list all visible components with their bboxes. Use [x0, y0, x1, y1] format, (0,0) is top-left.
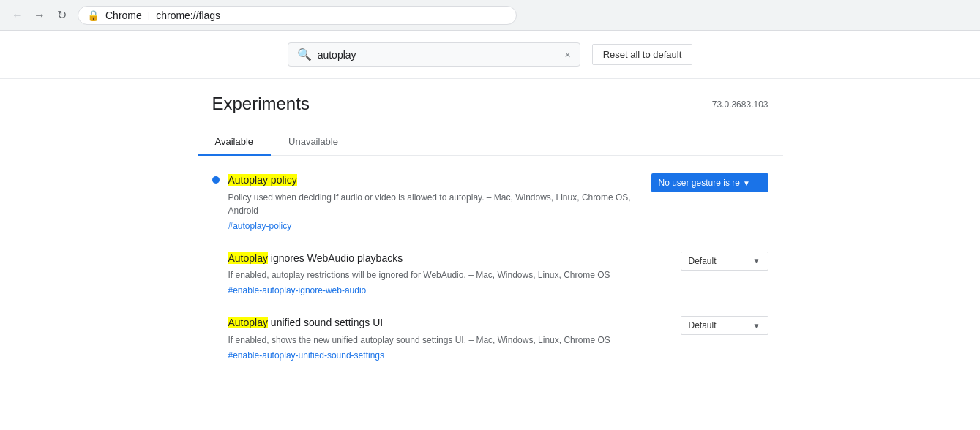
- experiment-link[interactable]: #autoplay-policy: [228, 221, 292, 231]
- experiment-content: Autoplay policy Policy used when decidin…: [228, 173, 643, 231]
- version-text: 73.0.3683.103: [712, 99, 768, 110]
- title-suffix: unified sound settings UI: [268, 317, 383, 328]
- unified-sound-dropdown[interactable]: Default ▼: [681, 316, 768, 335]
- experiment-control: No user gesture is re ▼: [651, 173, 768, 192]
- experiments-header: Experiments 73.0.3683.103: [198, 94, 783, 114]
- search-icon: 🔍: [297, 48, 312, 61]
- address-app-name: Chrome: [105, 10, 142, 21]
- main-content: Experiments 73.0.3683.103 Available Unav…: [198, 79, 783, 396]
- title-suffix: ignores WebAudio playbacks: [268, 252, 403, 264]
- experiment-control: Default ▼: [681, 316, 768, 335]
- nav-buttons: ← → ↻: [9, 7, 70, 24]
- reload-button[interactable]: ↻: [53, 7, 70, 24]
- highlight-text: Autoplay policy: [228, 174, 297, 186]
- forward-button[interactable]: →: [31, 7, 48, 24]
- page-content: 🔍 × Reset all to default Experiments 73.…: [0, 31, 980, 430]
- experiment-title: Autoplay unified sound settings UI: [228, 316, 672, 331]
- experiment-control: Default ▼: [681, 252, 768, 271]
- experiment-link[interactable]: #enable-autoplay-ignore-web-audio: [228, 285, 367, 295]
- dropdown-arrow: ▼: [753, 322, 760, 330]
- address-bar[interactable]: 🔒 Chrome | chrome://flags: [78, 6, 517, 25]
- highlight-text: Autoplay: [228, 317, 268, 328]
- tabs: Available Unavailable: [198, 129, 783, 156]
- experiments-list: Autoplay policy Policy used when decidin…: [198, 173, 783, 361]
- active-indicator: [212, 176, 220, 184]
- tab-unavailable[interactable]: Unavailable: [271, 129, 356, 156]
- experiment-item: Autoplay policy Policy used when decidin…: [212, 173, 768, 231]
- back-button[interactable]: ←: [9, 7, 26, 24]
- highlight-text: Autoplay: [228, 252, 268, 264]
- experiment-description: If enabled, shows the new unified autopl…: [228, 333, 672, 347]
- search-box: 🔍 ×: [288, 42, 580, 67]
- reset-all-button[interactable]: Reset all to default: [592, 44, 693, 65]
- experiment-title: Autoplay policy: [228, 173, 643, 188]
- search-input[interactable]: [318, 49, 559, 61]
- browser-chrome: ← → ↻ 🔒 Chrome | chrome://flags: [0, 0, 980, 31]
- experiment-description: Policy used when deciding if audio or vi…: [228, 191, 643, 217]
- experiment-item: Autoplay unified sound settings UI If en…: [212, 316, 768, 361]
- webaudio-dropdown[interactable]: Default ▼: [681, 252, 768, 271]
- address-secure-icon: 🔒: [87, 10, 100, 21]
- experiment-item: Autoplay ignores WebAudio playbacks If e…: [212, 252, 768, 296]
- autoplay-policy-dropdown[interactable]: No user gesture is re ▼: [651, 173, 768, 192]
- experiment-link[interactable]: #enable-autoplay-unified-sound-settings: [228, 350, 384, 361]
- search-area: 🔍 × Reset all to default: [0, 31, 980, 79]
- clear-icon[interactable]: ×: [564, 49, 570, 61]
- tab-available[interactable]: Available: [198, 129, 272, 156]
- dropdown-label: Default: [689, 256, 717, 266]
- dropdown-arrow: ▼: [753, 257, 760, 265]
- experiment-content: Autoplay ignores WebAudio playbacks If e…: [228, 252, 672, 296]
- address-url: chrome://flags: [156, 10, 220, 21]
- experiment-description: If enabled, autoplay restrictions will b…: [228, 268, 672, 282]
- address-separator: |: [148, 10, 150, 20]
- dropdown-arrow: ▼: [743, 179, 750, 187]
- dropdown-label: Default: [689, 320, 717, 331]
- dropdown-label: No user gesture is re: [659, 178, 740, 188]
- experiment-title: Autoplay ignores WebAudio playbacks: [228, 252, 672, 266]
- page-title: Experiments: [212, 94, 310, 114]
- experiment-content: Autoplay unified sound settings UI If en…: [228, 316, 672, 361]
